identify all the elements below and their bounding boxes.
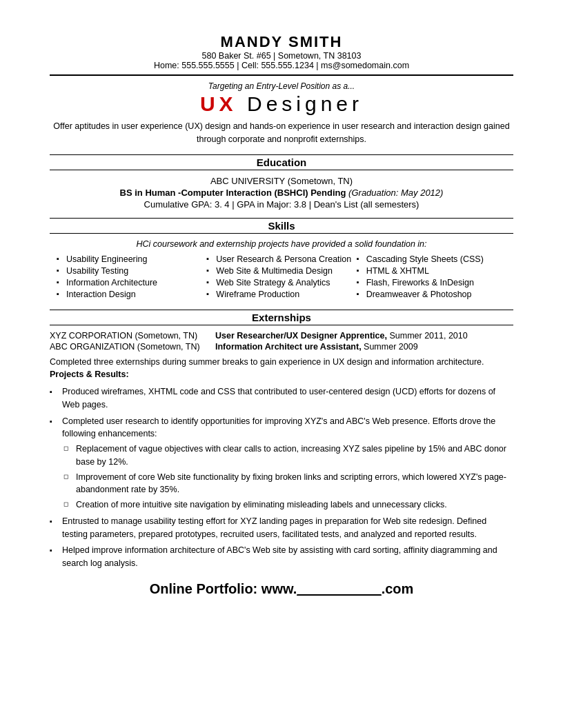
skill-item: Wireframe Production	[206, 290, 356, 299]
org-1: XYZ CORPORATION (Sometown, TN)	[50, 331, 215, 341]
sub-bullet-2: Improvement of core Web site functionali…	[62, 471, 513, 497]
portfolio-text: Online Portfolio: www.___________.com	[150, 581, 414, 596]
education-section: Education ABC UNIVERSITY (Sometown, TN) …	[50, 154, 513, 210]
ux-text: UX	[200, 92, 237, 115]
skill-item: Web Site Strategy & Analytics	[206, 278, 356, 287]
address-line1: 580 Baker St. #65 | Sometown, TN 38103	[50, 51, 513, 61]
gpa-line: Cumulative GPA: 3. 4 | GPA in Major: 3.8…	[50, 199, 513, 210]
education-title: Education	[50, 154, 513, 170]
skill-item: Web Site & Multimedia Design	[206, 266, 356, 276]
skill-item: User Research & Persona Creation	[206, 254, 356, 264]
skill-item: Dreamweaver & Photoshop	[357, 290, 506, 299]
externship-row-1: XYZ CORPORATION (Sometown, TN) User Rese…	[50, 331, 513, 341]
job-title: UX Designer	[50, 92, 513, 116]
graduation-date: (Graduation: May 2012)	[348, 188, 443, 198]
designer-text: Designer	[237, 92, 363, 115]
bullet-1: Produced wireframes, XHTML code and CSS …	[50, 385, 513, 412]
skill-item: Information Architecture	[57, 278, 206, 287]
skills-section: Skills HCi coursework and externship pro…	[50, 218, 513, 301]
bullet-2: Completed user research to identify oppo…	[50, 415, 513, 512]
skills-col-3: Cascading Style Sheets (CSS) HTML & XHTM…	[357, 254, 506, 301]
skills-title: Skills	[50, 218, 513, 234]
resume-header: MANDY SMITH 580 Baker St. #65 | Sometown…	[50, 33, 513, 70]
skill-item: Interaction Design	[57, 290, 206, 299]
skill-item: HTML & XHTML	[357, 266, 506, 276]
sub-bullet-1: Replacement of vague objectives with cle…	[62, 443, 513, 469]
role-2: Information Architect ure Assistant, Sum…	[215, 342, 418, 352]
skills-col-1: Usability Engineering Usability Testing …	[57, 254, 206, 301]
portfolio-section: Online Portfolio: www.___________.com	[50, 581, 513, 597]
sub-bullets: Replacement of vague objectives with cle…	[62, 443, 513, 512]
university-name: ABC UNIVERSITY (Sometown, TN)	[50, 176, 513, 186]
candidate-name: MANDY SMITH	[50, 33, 513, 51]
skills-grid: Usability Engineering Usability Testing …	[50, 254, 513, 301]
skills-subtitle: HCi coursework and externship projects h…	[50, 239, 513, 249]
externship-row-2: ABC ORGANIZATION (Sometown, TN) Informat…	[50, 342, 513, 352]
skill-item: Usability Engineering	[57, 254, 206, 264]
address-line2: Home: 555.555.5555 | Cell: 555.555.1234 …	[50, 61, 513, 70]
externship-description: Completed three externships during summe…	[50, 356, 513, 382]
skill-item: Usability Testing	[57, 266, 206, 276]
externship-bullets: Produced wireframes, XHTML code and CSS …	[50, 385, 513, 570]
role-1-bold: User Researcher/UX Designer Apprentice,	[215, 331, 387, 341]
externships-section: Externships XYZ CORPORATION (Sometown, T…	[50, 310, 513, 570]
degree-line: BS in Human -Computer Interaction (BSHCI…	[50, 188, 513, 198]
bullet-3: Entrusted to manage usability testing ef…	[50, 515, 513, 541]
skills-col-2: User Research & Persona Creation Web Sit…	[206, 254, 356, 301]
externships-title: Externships	[50, 310, 513, 325]
role-1: User Researcher/UX Designer Apprentice, …	[215, 331, 468, 341]
objective-text: Offer aptitudes in user experience (UX) …	[50, 120, 513, 146]
bullet-4: Helped improve information architecture …	[50, 544, 513, 570]
role-2-bold: Information Architect ure Assistant,	[215, 342, 362, 352]
skill-item: Flash, Fireworks & InDesign	[357, 278, 506, 287]
header-divider	[50, 74, 513, 76]
targeting-label: Targeting an Entry-Level Position as a..…	[50, 81, 513, 91]
sub-bullet-3: Creation of more intuitive site navigati…	[62, 498, 513, 512]
skill-item: Cascading Style Sheets (CSS)	[357, 254, 506, 264]
degree-bold: BS in Human -Computer Interaction (BSHCI…	[120, 188, 346, 198]
org-2: ABC ORGANIZATION (Sometown, TN)	[50, 342, 215, 352]
